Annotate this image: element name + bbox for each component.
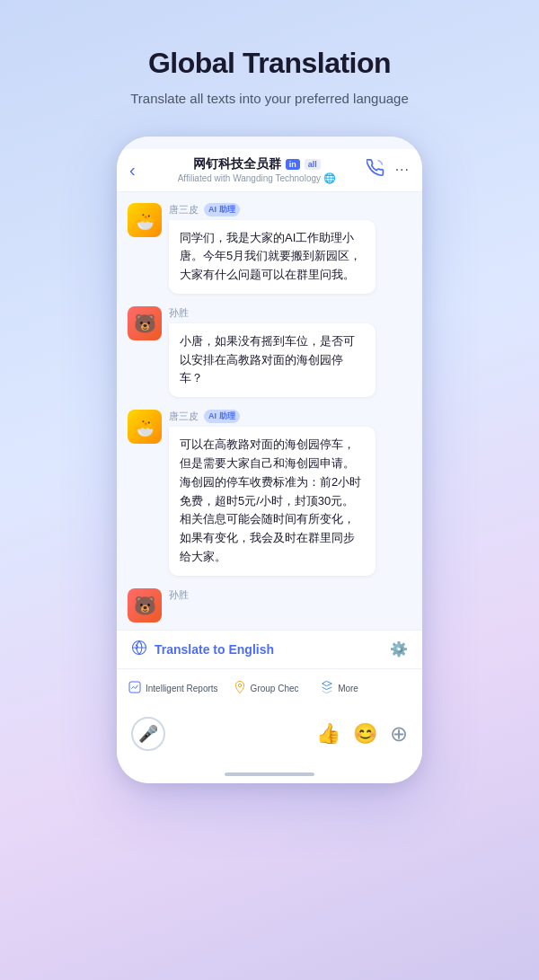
header-subtitle: Affiliated with Wangding Technology 🌐 [178, 172, 336, 184]
sender-row: 唐三皮 AI 助理 [169, 410, 411, 423]
mic-button[interactable]: 🎤 [131, 717, 165, 751]
translate-bar[interactable]: Translate to English ⚙️ [117, 630, 422, 668]
emoji-icon[interactable]: 😊 [353, 722, 377, 746]
svg-point-2 [238, 684, 241, 686]
translate-text: Translate to English [155, 642, 383, 657]
sender-name: 孙胜 [169, 588, 189, 602]
sender-row: 孙胜 [169, 306, 411, 320]
group-check-icon [233, 680, 247, 697]
badge-in: in [286, 159, 300, 170]
intelligent-reports-button[interactable]: Intelligent Reports [122, 676, 224, 701]
more-icon [320, 680, 334, 697]
header-title-row: 网钉科技全员群 in all [193, 156, 321, 172]
back-button[interactable]: ‹ [129, 160, 147, 181]
page-title: Global Translation [148, 47, 391, 80]
avatar: 🐣 [128, 410, 162, 444]
input-icons: 👍 😊 ⊕ [316, 721, 408, 746]
intelligent-icon [128, 680, 142, 697]
sender-row: 孙胜 [169, 588, 411, 602]
sender-name: 唐三皮 [169, 410, 199, 423]
messages-area: 🐣 唐三皮 AI 助理 同学们，我是大家的AI工作助理小唐。今年5月我们就要搬到… [117, 192, 422, 630]
globe-icon: 🌐 [323, 172, 336, 184]
toolbar-btn-inner: More [320, 680, 358, 697]
header-actions: ··· [367, 159, 410, 181]
more-button[interactable]: More [308, 676, 371, 701]
avatar: 🐻 [128, 588, 162, 622]
group-check-label: Group Chec [251, 684, 299, 693]
message-row-partial: 🐻 孙胜 [128, 588, 411, 622]
sender-row: 唐三皮 AI 助理 [169, 203, 411, 216]
message-row: 🐻 孙胜 小唐，如果没有摇到车位，是否可以安排在高教路对面的海创园停车？ [128, 306, 411, 397]
thumb-icon[interactable]: 👍 [316, 722, 340, 746]
settings-icon[interactable]: ⚙️ [390, 640, 408, 658]
chat-header: ‹ 网钉科技全员群 in all Affiliated with Wangdin… [117, 149, 422, 192]
message-row: 🐣 唐三皮 AI 助理 可以在高教路对面的海创园停车，但是需要大家自己和海创园申… [128, 410, 411, 576]
message-content: 孙胜 [169, 588, 411, 605]
home-indicator [117, 765, 422, 783]
status-bar [117, 137, 422, 149]
intelligent-label: Intelligent Reports [146, 684, 218, 693]
message-content: 孙胜 小唐，如果没有摇到车位，是否可以安排在高教路对面的海创园停车？ [169, 306, 411, 397]
home-bar [225, 773, 314, 776]
avatar: 🐻 [128, 306, 162, 340]
ai-badge: AI 助理 [204, 410, 240, 423]
message-bubble: 小唐，如果没有摇到车位，是否可以安排在高教路对面的海创园停车？ [169, 323, 376, 397]
ai-badge: AI 助理 [204, 203, 240, 216]
bottom-toolbar: Intelligent Reports Group Chec [117, 668, 422, 708]
sender-name: 唐三皮 [169, 203, 199, 216]
plus-icon[interactable]: ⊕ [390, 721, 408, 746]
message-content: 唐三皮 AI 助理 同学们，我是大家的AI工作助理小唐。今年5月我们就要搬到新园… [169, 203, 411, 294]
more-menu-icon[interactable]: ··· [395, 162, 410, 178]
phone-frame: ‹ 网钉科技全员群 in all Affiliated with Wangdin… [117, 137, 422, 783]
message-bubble: 同学们，我是大家的AI工作助理小唐。今年5月我们就要搬到新园区，大家有什么问题可… [169, 220, 376, 294]
avatar: 🐣 [128, 203, 162, 237]
chat-title: 网钉科技全员群 [193, 156, 281, 172]
header-center: 网钉科技全员群 in all Affiliated with Wangding … [155, 156, 359, 184]
toolbar-btn-inner: Intelligent Reports [128, 680, 218, 697]
subtitle-text: Affiliated with Wangding Technology [178, 173, 321, 183]
sender-name: 孙胜 [169, 306, 189, 320]
toolbar-btn-inner: Group Chec [233, 680, 299, 697]
more-label: More [338, 684, 358, 693]
group-check-button[interactable]: Group Chec [227, 676, 305, 701]
mic-icon: 🎤 [138, 724, 158, 744]
badge-all: all [305, 159, 321, 170]
message-content: 唐三皮 AI 助理 可以在高教路对面的海创园停车，但是需要大家自己和海创园申请。… [169, 410, 411, 576]
message-bubble: 可以在高教路对面的海创园停车，但是需要大家自己和海创园申请。海创园的停车收费标准… [169, 427, 376, 576]
phone-icon[interactable] [367, 159, 384, 181]
message-row: 🐣 唐三皮 AI 助理 同学们，我是大家的AI工作助理小唐。今年5月我们就要搬到… [128, 203, 411, 294]
page-subtitle: Translate all texts into your preferred … [130, 89, 409, 110]
input-bar: 🎤 👍 😊 ⊕ [117, 708, 422, 765]
translate-icon [131, 640, 147, 659]
